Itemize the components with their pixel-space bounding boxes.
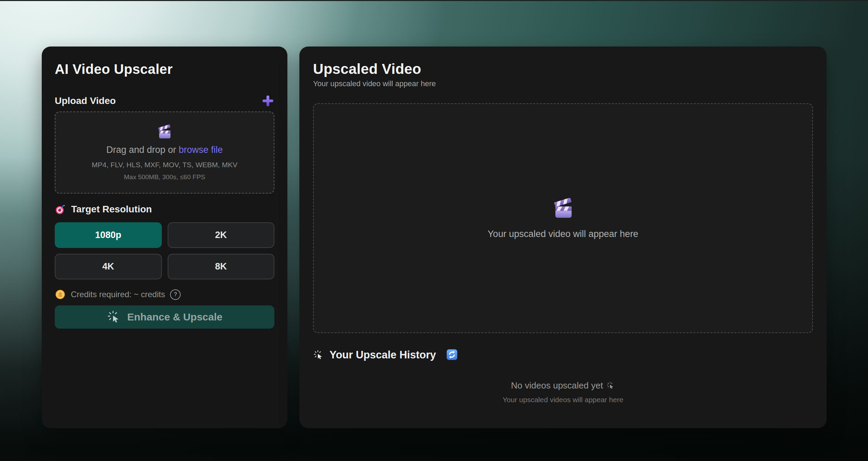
upscaled-video-title: Upscaled Video <box>313 61 813 77</box>
coin-icon <box>55 289 66 300</box>
upload-dropzone[interactable]: Drag and drop or browse file MP4, FLV, H… <box>55 111 274 194</box>
clapper-board-icon <box>157 124 172 140</box>
target-dart-icon <box>55 204 66 215</box>
upscaler-settings-panel: AI Video Upscaler Upload Video <box>42 47 287 428</box>
resolution-option-1080p[interactable]: 1080p <box>55 222 162 248</box>
credits-required-text: Credits required: ~ credits <box>71 290 165 299</box>
preview-placeholder-text: Your upscaled video will appear here <box>488 229 638 239</box>
plus-icon <box>262 95 274 107</box>
drag-drop-text: Drag and drop or browse file <box>106 145 223 155</box>
add-video-button[interactable] <box>261 94 274 107</box>
clapper-board-icon <box>552 197 574 220</box>
cursor-click-icon <box>606 381 615 390</box>
cursor-click-icon <box>313 350 324 360</box>
upscaled-video-panel: Upscaled Video Your upscaled video will … <box>299 47 827 428</box>
history-empty-state: No videos upscaled yet Your upscaled vid… <box>313 380 813 404</box>
drag-prefix-text: Drag and drop or <box>106 145 176 155</box>
history-empty-title-row: No videos upscaled yet <box>313 380 813 391</box>
enhance-upscale-button[interactable]: Enhance & Upscale <box>55 305 274 329</box>
target-resolution-header: Target Resolution <box>55 204 274 215</box>
refresh-icon <box>446 349 458 360</box>
enhance-upscale-label: Enhance & Upscale <box>127 311 222 323</box>
upload-header-row: Upload Video <box>55 94 274 107</box>
upload-limits-text: Max 500MB, 300s, ≤60 FPS <box>124 173 205 181</box>
history-empty-title: No videos upscaled yet <box>511 380 603 391</box>
page-title: AI Video Upscaler <box>55 61 274 77</box>
upscale-history-header: Your Upscale History <box>313 349 813 361</box>
resolution-option-8k[interactable]: 8K <box>168 254 275 279</box>
upscaled-video-subtitle: Your upscaled video will appear here <box>313 79 813 88</box>
history-empty-subtitle: Your upscaled videos will appear here <box>313 396 813 404</box>
upload-video-label: Upload Video <box>55 95 116 106</box>
upscaled-video-preview-area: Your upscaled video will appear here <box>313 103 813 333</box>
supported-formats-text: MP4, FLV, HLS, MXF, MOV, TS, WEBM, MKV <box>92 161 237 169</box>
app-background: AI Video Upscaler Upload Video <box>0 0 868 461</box>
refresh-history-button[interactable] <box>446 349 458 361</box>
cursor-click-icon <box>107 310 121 324</box>
credits-row: Credits required: ~ credits ? <box>55 289 274 300</box>
target-resolution-label: Target Resolution <box>71 204 152 215</box>
top-edge-line <box>0 0 868 1</box>
resolution-options: 1080p 2K 4K 8K <box>55 222 274 279</box>
help-icon[interactable]: ? <box>170 289 181 300</box>
resolution-option-2k[interactable]: 2K <box>168 222 275 248</box>
upscale-history-title: Your Upscale History <box>329 349 436 361</box>
resolution-option-4k[interactable]: 4K <box>55 254 162 279</box>
browse-file-link[interactable]: browse file <box>179 145 223 155</box>
